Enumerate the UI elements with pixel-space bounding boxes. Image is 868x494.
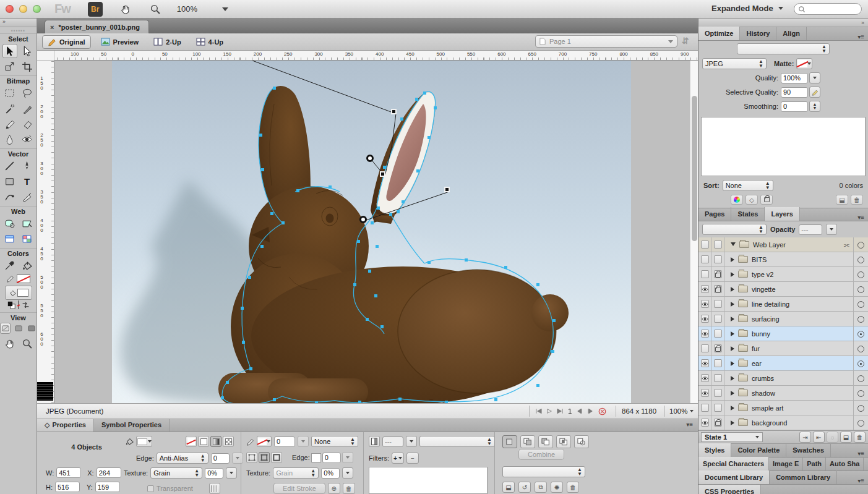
arrange-dropdown[interactable]: ▲▼	[502, 466, 585, 477]
eyedropper-tool[interactable]	[2, 258, 17, 273]
layer-name[interactable]: vingette	[752, 286, 776, 293]
fill-gradient-button[interactable]	[210, 436, 221, 447]
anchor-point[interactable]	[428, 136, 431, 139]
tab-color-palette[interactable]: Color Palette	[731, 443, 786, 457]
document-pasteboard[interactable]	[54, 61, 690, 403]
layer-name[interactable]: type v2	[752, 271, 773, 278]
lock-toggle[interactable]	[711, 356, 724, 371]
tab-swatches[interactable]: Swatches	[786, 443, 831, 457]
visibility-toggle[interactable]	[698, 237, 711, 252]
layer-row-surfacing[interactable]: surfacing	[698, 312, 868, 326]
panel-menu-icon[interactable]: ▾≡	[854, 33, 868, 40]
export-format-dropdown[interactable]: JPEG▲▼	[702, 58, 767, 69]
expand-arrow-icon[interactable]	[731, 272, 734, 277]
edit-stroke-button[interactable]: Edit Stroke	[273, 483, 325, 494]
stroke-texture-caret[interactable]	[342, 467, 353, 479]
paint-bucket-tool[interactable]	[20, 258, 35, 273]
scale-tool[interactable]	[2, 59, 17, 74]
height-field[interactable]	[55, 482, 80, 492]
layer-name[interactable]: ear	[752, 360, 762, 367]
knife-tool[interactable]	[20, 190, 35, 204]
minimize-window-button[interactable]	[19, 5, 27, 13]
layer-name[interactable]: surfacing	[752, 315, 780, 323]
anchor-point[interactable]	[281, 221, 285, 224]
anchor-point[interactable]	[380, 325, 384, 328]
remove-filter-button[interactable]: −	[406, 453, 419, 464]
anchor-point[interactable]	[374, 294, 377, 297]
anchor-point[interactable]	[465, 258, 468, 262]
hand-tool-icon[interactable]	[119, 2, 132, 16]
anchor-point[interactable]	[357, 240, 360, 243]
stroke-color-well[interactable]	[17, 275, 30, 283]
layer-name[interactable]: crumbs	[752, 375, 774, 382]
brush-tool[interactable]	[20, 101, 35, 116]
magnify-tool[interactable]	[20, 336, 35, 351]
transparent-checkbox[interactable]	[147, 485, 154, 492]
matte-color-well[interactable]	[796, 58, 812, 69]
anchor-point[interactable]	[398, 398, 402, 401]
layer-row-ear[interactable]: ear	[698, 356, 868, 371]
pencil-tool[interactable]	[2, 117, 17, 131]
page-selector-dropdown[interactable]: Page 1	[535, 35, 677, 48]
split-shape-button[interactable]: ✺	[551, 482, 563, 493]
swap-colors-button[interactable]	[22, 301, 30, 310]
state-circle[interactable]	[853, 415, 868, 430]
control-handle-circle[interactable]	[359, 216, 367, 223]
quality-slider-caret[interactable]	[809, 72, 820, 83]
anchor-point[interactable]	[400, 117, 403, 121]
lock-toggle[interactable]	[711, 371, 724, 386]
scrollbar-thumb[interactable]	[692, 96, 697, 241]
stroke-outside-button[interactable]	[271, 452, 282, 463]
delete-shape-button[interactable]: 🗑	[567, 482, 579, 493]
layer-name[interactable]: fur	[752, 345, 760, 352]
document-tab[interactable]: × *poster_bunny_001b.png	[45, 20, 149, 33]
tab-states[interactable]: States	[731, 207, 765, 221]
anchor-point[interactable]	[536, 283, 539, 286]
state-circle[interactable]	[853, 356, 868, 371]
visibility-toggle[interactable]	[698, 371, 711, 386]
fill-color-well[interactable]	[5, 286, 32, 300]
layer-row-background[interactable]: background	[698, 415, 868, 430]
tab-symbol-properties[interactable]: Symbol Properties	[94, 419, 170, 432]
flip-shape-button[interactable]: ⧉	[535, 482, 547, 493]
tab-common-library[interactable]: Common Library	[770, 471, 837, 484]
search-input[interactable]	[794, 3, 862, 15]
smoothing-stepper[interactable]: ▲▼	[809, 101, 820, 112]
slice-tool[interactable]	[20, 216, 35, 231]
crop-tool[interactable]	[20, 59, 35, 74]
tab-image-editing[interactable]: Image E	[769, 457, 803, 471]
lock-toggle[interactable]	[711, 267, 724, 282]
hotspot-tool[interactable]	[2, 216, 17, 231]
tools-panel-grip[interactable]: ▪▪▪▪▪▪	[0, 27, 37, 33]
control-handle-circle[interactable]	[366, 155, 374, 162]
preview-view-button[interactable]: Preview	[96, 36, 144, 48]
tab-align[interactable]: Align	[776, 27, 807, 40]
new-shape-button[interactable]: ⬓	[502, 482, 515, 493]
tab-history[interactable]: History	[740, 27, 776, 40]
previous-state-button[interactable]	[576, 408, 583, 414]
fill-color-well[interactable]	[136, 436, 152, 447]
anchor-point[interactable]	[270, 212, 273, 215]
anchor-point[interactable]	[273, 87, 276, 90]
close-window-button[interactable]	[6, 5, 14, 13]
zoom-window-button[interactable]	[33, 5, 41, 13]
saved-settings-dropdown[interactable]: ▲▼	[737, 43, 830, 54]
standard-screen-mode-button[interactable]	[0, 323, 11, 334]
blend-mode-dropdown[interactable]: ▲▼	[702, 224, 767, 235]
quality-field[interactable]	[781, 73, 808, 83]
control-handle-square[interactable]	[391, 109, 397, 114]
layer-row-shadow[interactable]: shadow	[698, 386, 868, 401]
anchor-point[interactable]	[383, 166, 386, 169]
anchor-point[interactable]	[371, 221, 374, 224]
layer-name[interactable]: background	[752, 419, 788, 427]
opacity-caret[interactable]	[406, 436, 417, 447]
document-canvas[interactable]	[112, 61, 631, 403]
opacity-field[interactable]	[382, 437, 403, 447]
tab-auto-shapes[interactable]: Auto Sha	[826, 457, 864, 471]
zoom-tool-icon[interactable]	[148, 2, 162, 16]
last-state-button[interactable]	[557, 408, 564, 414]
tab-css-properties[interactable]: CSS Properties	[698, 485, 761, 494]
anchor-point[interactable]	[248, 276, 251, 279]
add-color-icon[interactable]: ⬓	[836, 195, 848, 205]
marquee-tool[interactable]	[2, 86, 17, 100]
